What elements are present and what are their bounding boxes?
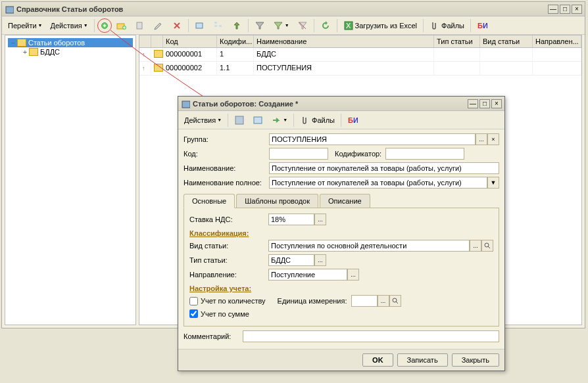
tree-child[interactable]: +БДДС	[20, 47, 133, 56]
group-clear-button[interactable]: ×	[487, 133, 499, 145]
dialog-files-button[interactable]: Файлы	[297, 113, 338, 127]
dialog-catalog-icon[interactable]	[249, 113, 266, 127]
svg-rect-13	[235, 116, 243, 124]
unit-field[interactable]	[351, 295, 378, 307]
group-select-button[interactable]: ...	[476, 133, 487, 145]
svg-rect-4	[137, 22, 142, 29]
dialog-window: Статьи оборотов: Создание * — □ × Действ…	[178, 96, 505, 371]
col-nap[interactable]: Направлен...	[533, 35, 581, 47]
dialog-titlebar: Статьи оборотов: Создание * — □ ×	[178, 97, 504, 111]
comment-field[interactable]	[243, 330, 499, 342]
dialog-bi-button[interactable]: БИ	[344, 113, 361, 127]
tree-root[interactable]: −Статьи оборотов	[8, 38, 133, 47]
add-button[interactable]	[97, 18, 112, 33]
unit-select-button[interactable]: ...	[378, 295, 389, 307]
section-accounting: Настройка учета:	[189, 284, 493, 292]
dir-field[interactable]	[268, 269, 347, 281]
grid-header: Код Кодифи... Наименование Тип статьи Ви…	[139, 35, 581, 48]
close-button[interactable]: ×	[572, 5, 582, 14]
save-button[interactable]: Записать	[397, 353, 448, 367]
svg-rect-12	[182, 101, 190, 108]
dialog-save-icon[interactable]	[231, 113, 248, 127]
label-group: Группа:	[184, 135, 269, 143]
levelup-button[interactable]	[228, 18, 245, 33]
dialog-maximize-button[interactable]: □	[479, 99, 490, 108]
dialog-go-icon[interactable]: ▼	[268, 113, 291, 127]
section-classification: Классификация:	[189, 229, 493, 237]
fullname-dropdown-button[interactable]: ▼	[487, 177, 499, 189]
table-row[interactable]: ↑ 000000002 1.1 ПОСТУПЛЕНИЯ	[139, 62, 581, 76]
table-row[interactable]: ↑ 000000001 1 БДДС	[139, 48, 581, 62]
tip-select-button[interactable]: ...	[314, 254, 326, 266]
svg-rect-6	[214, 22, 217, 24]
col-code[interactable]: Код	[163, 35, 217, 47]
nds-select-button[interactable]: ...	[314, 214, 326, 225]
col-tip[interactable]: Тип статьи	[434, 35, 480, 47]
code-field[interactable]	[269, 148, 328, 160]
dialog-close-button[interactable]: ×	[491, 99, 502, 108]
tabs: Основные Шаблоны проводок Описание	[184, 194, 499, 208]
sum-checkbox-wrap[interactable]: Учет по сумме	[189, 309, 249, 318]
tab-description[interactable]: Описание	[320, 194, 370, 208]
kodif-field[interactable]	[385, 148, 464, 160]
svg-rect-5	[196, 23, 203, 28]
dialog-minimize-button[interactable]: —	[468, 99, 478, 108]
col-kodif[interactable]: Кодифи...	[217, 35, 254, 47]
refresh-button[interactable]	[317, 18, 334, 33]
add-folder-button[interactable]	[113, 18, 130, 33]
svg-rect-14	[254, 117, 262, 124]
label-fullname: Наименование полное:	[184, 179, 269, 187]
edit-button[interactable]	[150, 18, 167, 33]
main-titlebar: Справочник Статьи оборотов — □ ×	[2, 2, 585, 16]
files-button[interactable]: Файлы	[426, 18, 468, 33]
col-name[interactable]: Наименование	[254, 35, 434, 47]
catalog-icon	[181, 99, 190, 108]
maximize-button[interactable]: □	[560, 5, 570, 14]
copy-button[interactable]	[132, 18, 149, 33]
load-excel-button[interactable]: XЗагрузить из Excel	[340, 18, 420, 33]
qty-checkbox-wrap[interactable]: Учет по количеству	[189, 297, 266, 305]
fullname-field[interactable]	[269, 177, 487, 189]
vid-field[interactable]	[268, 240, 470, 252]
label-dir: Направление:	[189, 271, 268, 279]
minimize-button[interactable]: —	[548, 5, 558, 14]
tab-content: Ставка НДС: ... Классификация: Вид стать…	[184, 208, 499, 327]
filter-off-button[interactable]	[294, 18, 311, 33]
move-button[interactable]	[191, 18, 208, 33]
label-comment: Комментарий:	[184, 332, 243, 340]
group-field[interactable]	[269, 133, 476, 145]
close-dialog-button[interactable]: Закрыть	[452, 353, 499, 367]
svg-rect-0	[6, 7, 14, 13]
filter2-button[interactable]: ▼	[270, 18, 293, 33]
tab-templates[interactable]: Шаблоны проводок	[236, 194, 318, 208]
qty-checkbox[interactable]	[189, 297, 198, 305]
menu-go[interactable]: Перейти▼	[5, 18, 46, 33]
label-vid: Вид статьи:	[189, 242, 268, 250]
sum-checkbox[interactable]	[189, 309, 198, 318]
vid-select-button[interactable]: ...	[470, 240, 481, 252]
dir-select-button[interactable]: ...	[347, 269, 359, 281]
search-icon	[392, 298, 399, 304]
menu-actions[interactable]: Действия▼	[47, 18, 91, 33]
filter1-button[interactable]	[251, 18, 268, 33]
main-title: Справочник Статьи оборотов	[16, 5, 547, 13]
svg-text:X: X	[346, 22, 351, 30]
dialog-footer: OK Записать Закрыть	[178, 349, 504, 371]
hierarchy-button[interactable]	[210, 18, 227, 33]
catalog-icon	[5, 5, 14, 14]
label-tip: Тип статьи:	[189, 256, 268, 264]
bi-button[interactable]: БИ	[474, 18, 491, 33]
dialog-actions-menu[interactable]: Действия▼	[181, 113, 225, 127]
col-vid[interactable]: Вид статьи	[480, 35, 533, 47]
dialog-toolbar: Действия▼ ▼ Файлы БИ	[178, 111, 504, 129]
tab-main[interactable]: Основные	[184, 194, 235, 208]
name-field[interactable]	[269, 162, 499, 174]
tip-field[interactable]	[268, 254, 314, 266]
delete-button[interactable]	[168, 18, 185, 33]
svg-rect-7	[214, 25, 217, 27]
unit-search-button[interactable]	[389, 295, 401, 307]
nds-field[interactable]	[268, 214, 314, 225]
vid-search-button[interactable]	[481, 240, 493, 252]
tree-panel: −Статьи оборотов +БДДС	[5, 35, 136, 325]
ok-button[interactable]: OK	[362, 353, 393, 367]
